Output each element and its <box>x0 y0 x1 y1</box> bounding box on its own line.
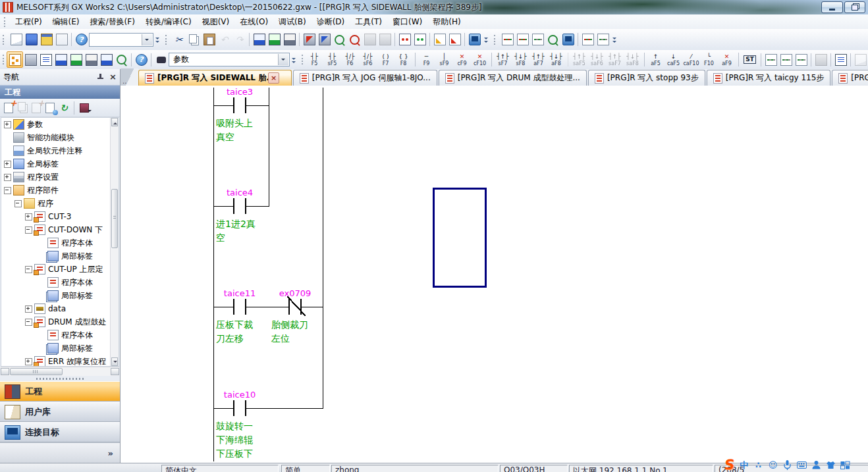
trace-register-button[interactable] <box>515 32 530 47</box>
tree-expander[interactable] <box>4 121 11 128</box>
note-jump-button[interactable] <box>447 32 462 47</box>
more-views-button[interactable]: » <box>108 448 113 458</box>
trace-pulse-button[interactable] <box>530 32 545 47</box>
ladder-symbol-button[interactable]: └ F10 <box>700 51 718 68</box>
add-item-button[interactable] <box>3 102 14 114</box>
tab-close-button[interactable]: × <box>268 72 279 84</box>
monitor-start-button[interactable] <box>332 32 347 47</box>
toolbar-overflow-chevron[interactable] <box>290 53 298 67</box>
ladder-symbol-button[interactable]: ┤├ sF5 <box>323 51 341 68</box>
minimize-button[interactable] <box>821 1 843 13</box>
scroll-down-button[interactable] <box>111 357 118 366</box>
ladder-symbol-button[interactable]: ┤↓├ saF6 <box>588 51 606 68</box>
paste-item-button[interactable] <box>30 102 42 114</box>
undo-button[interactable] <box>217 32 232 47</box>
keyboard-icon[interactable] <box>797 460 807 470</box>
menu-item[interactable]: 窗口(W) <box>387 15 427 29</box>
document-tab[interactable]: [PRG]R 写入 stopp 93步 <box>588 70 705 86</box>
help-button[interactable]: ? <box>74 32 89 47</box>
menu-item[interactable]: 视图(V) <box>197 15 235 29</box>
menu-item[interactable]: 搜索/替换(F) <box>85 15 140 29</box>
scroll-right-button[interactable] <box>111 368 119 375</box>
menu-item[interactable]: 诊断(D) <box>312 15 350 29</box>
tree-item[interactable]: DRUM 成型鼓处 <box>1 315 111 328</box>
help-button-2[interactable]: ? <box>134 52 149 67</box>
device-display-dropdown[interactable] <box>99 52 114 67</box>
ladder-symbol-button[interactable]: ( ) F7 <box>377 51 394 68</box>
device-register-button[interactable] <box>84 52 99 67</box>
menu-item[interactable]: 工程(P) <box>10 15 47 29</box>
edit-coil-button[interactable] <box>794 52 809 67</box>
ladder-symbol-button[interactable]: ┤↓├ saF8 <box>624 51 641 68</box>
ladder-symbol-button[interactable]: { } F8 <box>394 51 412 68</box>
ladder-symbol-button[interactable]: ┤├ F5 <box>306 51 323 68</box>
tree-expander[interactable] <box>25 213 32 221</box>
ladder-contact[interactable]: taice10 鼓旋转一 下海绵辊 下压板下 <box>212 390 267 400</box>
doc-copy-button[interactable] <box>853 52 868 67</box>
tree-expander[interactable] <box>4 187 11 194</box>
tree-item[interactable]: 程序 <box>1 197 111 210</box>
ladder-symbol-button[interactable]: ┤↓├ aF8 <box>547 51 565 68</box>
tab-scroll-corner[interactable]: .. <box>121 68 138 86</box>
tree-item[interactable]: CUT-DOWN 下 <box>1 223 111 236</box>
edit-ladder-button[interactable] <box>763 52 778 67</box>
chinese-mode-icon[interactable]: 中 <box>739 460 749 470</box>
open-project-button[interactable] <box>24 32 39 47</box>
ladder-contact[interactable]: ex0709 胎侧裁刀 左位 <box>267 288 323 299</box>
ladder-symbol-button[interactable]: ┤/├ sF6 <box>359 51 377 68</box>
ladder-symbol-button[interactable]: ↑ aF5 <box>647 51 665 68</box>
tree-item[interactable]: ERR 故障复位程 <box>1 355 111 366</box>
statement-edit-button[interactable] <box>833 52 848 67</box>
pin-icon[interactable] <box>97 74 104 81</box>
panel-splitter[interactable] <box>0 376 120 381</box>
ladder-symbol-button[interactable]: │ sF9 <box>435 51 453 68</box>
ladder-symbol-button[interactable]: ─ F9 <box>418 51 435 68</box>
document-tab[interactable]: [PRG]R 写入 taicgy 115步 <box>707 70 831 86</box>
tree-expander[interactable] <box>25 305 32 313</box>
ladder-editor[interactable]: taice3 吸附头上 真空 taice4 进1进2真 空 taice11 压 <box>121 86 868 463</box>
ladder-contact[interactable]: taice11 压板下裁 刀左移 <box>212 288 267 299</box>
scroll-left-button[interactable] <box>1 368 9 375</box>
find-button[interactable] <box>153 52 169 67</box>
tree-horizontal-scrollbar[interactable] <box>1 367 119 376</box>
ladder-symbol-button[interactable]: ✕ cF9 <box>453 51 471 68</box>
edit-block-button[interactable] <box>813 52 828 67</box>
sort-filter-button[interactable] <box>78 102 90 114</box>
refresh-button[interactable] <box>58 102 70 114</box>
menu-item[interactable]: 编辑(E) <box>47 15 85 29</box>
user-icon[interactable] <box>811 460 821 470</box>
copy-item-button[interactable] <box>16 102 28 114</box>
ladder-symbol-button[interactable]: ↓ caF5 <box>665 51 682 68</box>
ladder-symbol-button[interactable]: ⁄ caF10 <box>682 51 700 68</box>
ladder-symbol-button[interactable]: ┤↑├ sF7 <box>494 51 512 68</box>
monitor-screen-button[interactable] <box>467 32 482 47</box>
edit-contact-button[interactable] <box>778 52 794 67</box>
trace-search-button[interactable] <box>545 32 560 47</box>
menu-item[interactable]: 帮助(H) <box>427 15 466 29</box>
emoji-icon[interactable]: ☺ <box>768 460 778 470</box>
tree-expander[interactable] <box>25 226 32 234</box>
ladder-symbol-button[interactable]: ST <box>741 51 759 68</box>
navigation-close-button[interactable]: × <box>109 74 117 80</box>
device-verify-button[interactable] <box>282 32 297 47</box>
device-zoom-dropdown[interactable] <box>114 52 129 67</box>
restore-button[interactable] <box>844 1 865 13</box>
module-config-button[interactable] <box>23 52 38 67</box>
tree-item[interactable]: 全局标签 <box>1 157 111 170</box>
toolbar-overflow-chevron[interactable] <box>153 32 161 47</box>
print-button[interactable] <box>54 32 69 47</box>
tree-item[interactable]: CUT-3 <box>1 210 111 223</box>
tree-expander[interactable] <box>14 200 22 207</box>
tree-item[interactable]: 参数 <box>1 118 111 131</box>
ladder-symbol-button[interactable]: ✕ cF10 <box>471 51 489 68</box>
paste-button[interactable] <box>202 32 217 47</box>
menu-item[interactable]: 调试(B) <box>273 15 312 29</box>
write-to-plc-button[interactable] <box>302 32 317 47</box>
scroll-thumb[interactable] <box>10 368 63 375</box>
trace-setting-button[interactable] <box>500 32 515 47</box>
property-button[interactable] <box>44 102 56 114</box>
tree-item[interactable]: data <box>1 302 111 315</box>
ladder-symbol-button[interactable]: ┤↑├ saF5 <box>570 51 588 68</box>
navigation-view-button[interactable]: 工程 <box>0 381 120 402</box>
monitor-stop-button[interactable] <box>347 32 362 47</box>
